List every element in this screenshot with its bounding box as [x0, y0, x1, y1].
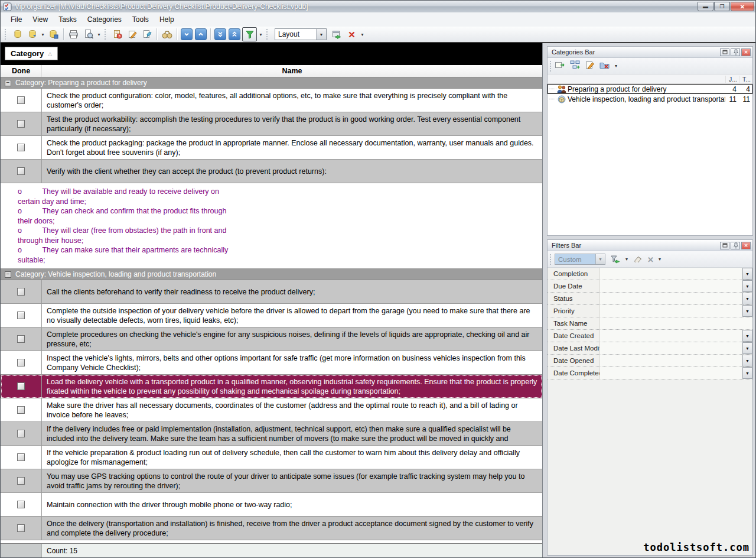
find-icon[interactable] [160, 28, 174, 41]
filter-dropdown-arrow[interactable]: ▼ [742, 355, 752, 366]
move-down-icon[interactable] [181, 28, 193, 40]
add-subcategory-icon[interactable] [570, 60, 581, 72]
menu-tasks[interactable]: Tasks [53, 13, 82, 26]
new-category-icon[interactable] [555, 60, 565, 72]
collapse-icon[interactable]: − [5, 271, 11, 278]
toolbar-grip[interactable] [105, 29, 107, 40]
print-icon[interactable] [67, 28, 80, 41]
delete-category-icon[interactable] [599, 60, 610, 72]
task-checkbox[interactable] [17, 312, 25, 319]
task-checkbox[interactable] [17, 288, 25, 296]
task-row[interactable]: Make sure the driver has all necessary d… [1, 398, 542, 422]
task-row[interactable]: Inspect the vehicle's lights, mirrors, b… [1, 351, 542, 375]
filter-preset-combobox[interactable]: Custom ▼ [555, 254, 605, 265]
task-row[interactable]: Check the product packaging: package the… [1, 136, 542, 160]
menu-file[interactable]: File [5, 13, 27, 26]
menu-categories[interactable]: Categories [82, 13, 127, 26]
task-checkbox[interactable] [17, 120, 25, 128]
apply-layout-icon[interactable] [330, 28, 344, 41]
filter-dropdown-arrow[interactable]: ▼ [742, 268, 752, 280]
column-header-done[interactable]: Done [1, 65, 42, 77]
filter-value-field[interactable] [600, 305, 742, 317]
category-list-item[interactable]: Vehicle inspection, loading and product … [548, 94, 752, 104]
filters-toolbar-dropdown[interactable]: ▾ [659, 257, 661, 262]
filter-value-field[interactable] [600, 355, 742, 366]
filter-dropdown-arrow[interactable]: ▼ [742, 342, 752, 354]
close-button[interactable]: ✕ [731, 2, 754, 11]
categories-close-icon[interactable]: ✕ [741, 48, 751, 56]
filter-dropdown-arrow[interactable]: ▼ [742, 305, 752, 317]
toolbar-grip[interactable] [5, 29, 8, 40]
filters-pin-icon[interactable] [731, 242, 740, 249]
task-checkbox[interactable] [17, 430, 25, 437]
filter-dropdown-arrow[interactable]: ▼ [742, 293, 752, 304]
task-checkbox[interactable] [17, 167, 25, 175]
filter-value-field[interactable] [600, 293, 742, 304]
delete-filter-icon[interactable]: ✕ [647, 254, 654, 265]
task-checkbox[interactable] [17, 477, 25, 485]
menu-view[interactable]: View [27, 13, 53, 26]
open-database-dropdown[interactable]: ▾ [40, 32, 45, 37]
apply-filter-dropdown[interactable]: ▾ [625, 257, 628, 262]
task-checkbox[interactable] [17, 382, 25, 390]
save-database-icon[interactable] [47, 28, 60, 41]
category-group-row[interactable]: −Category: Preparing a product for deliv… [1, 77, 542, 89]
task-checkbox[interactable] [17, 96, 25, 104]
menu-help[interactable]: Help [154, 13, 180, 26]
edit-task-icon[interactable] [125, 28, 139, 41]
filters-close-icon[interactable]: ✕ [741, 242, 751, 249]
filter-dropdown-arrow[interactable]: ▼ [742, 280, 752, 292]
task-row[interactable]: Once the delivery (transportation and in… [1, 517, 542, 540]
clear-filter-icon[interactable] [633, 254, 643, 265]
categories-pin-icon[interactable] [731, 48, 740, 56]
task-row[interactable]: If the vehicle preparation & product loa… [1, 446, 542, 469]
task-row[interactable]: You may use GPS tracking options to cont… [1, 469, 542, 493]
task-row[interactable]: Complete the outside inspection of your … [1, 304, 542, 327]
category-group-row[interactable]: −Category: Vehicle inspection, loading a… [1, 269, 542, 280]
menu-tools[interactable]: Tools [127, 13, 154, 26]
task-checkbox[interactable] [17, 524, 25, 532]
task-row[interactable]: Load the delivery vehicle with a transpo… [1, 375, 542, 398]
task-row[interactable]: Maintain connection with the driver thro… [1, 493, 542, 517]
filter-value-field[interactable] [600, 342, 742, 354]
new-database-icon[interactable] [11, 28, 24, 41]
task-checkbox[interactable] [17, 144, 25, 151]
filter-dropdown-arrow[interactable]: ▼ [742, 367, 752, 379]
filter-preset-arrow[interactable]: ▼ [595, 254, 605, 264]
filter-value-field[interactable] [600, 367, 742, 379]
categories-column-1[interactable]: J... [725, 76, 739, 83]
categories-toolbar-dropdown[interactable]: ▾ [615, 63, 617, 69]
edit-category-icon[interactable] [585, 60, 595, 72]
collapse-icon[interactable]: − [5, 80, 11, 86]
task-row[interactable]: Call the clients beforehand to verify th… [1, 280, 542, 304]
task-checkbox[interactable] [17, 359, 25, 366]
task-row[interactable]: Complete procedures on checking the vehi… [1, 327, 542, 351]
task-row[interactable]: If the delivery includes free or paid im… [1, 422, 542, 446]
filter-icon[interactable] [242, 27, 257, 41]
filter-dropdown-arrow[interactable]: ▼ [742, 330, 752, 342]
task-checkbox[interactable] [17, 501, 25, 508]
add-task-icon[interactable] [110, 28, 124, 41]
print-preview-dropdown[interactable]: ▾ [96, 32, 102, 37]
task-row[interactable]: Verify with the client whether they can … [1, 160, 542, 183]
move-bottom-icon[interactable] [214, 28, 226, 40]
filter-value-field[interactable] [600, 268, 742, 280]
group-by-category-button[interactable]: Category △ [5, 47, 58, 60]
task-checkbox[interactable] [17, 406, 25, 414]
delete-layout-icon[interactable]: ✕ [345, 28, 359, 41]
task-checkbox[interactable] [17, 453, 25, 461]
move-top-icon[interactable] [229, 28, 240, 40]
layout-combobox[interactable]: Layout ▼ [275, 28, 327, 40]
minimize-button[interactable]: ▬ [698, 2, 713, 11]
task-row[interactable]: Test the product workability: accomplish… [1, 112, 542, 136]
layout-combobox-arrow[interactable]: ▼ [316, 29, 326, 40]
filter-value-field[interactable] [600, 317, 752, 329]
categories-column-2[interactable]: T... [739, 76, 752, 83]
open-database-icon[interactable] [25, 28, 39, 41]
category-list-item[interactable]: Preparing a product for delivery44 [548, 84, 752, 94]
delete-task-icon[interactable] [140, 28, 154, 41]
apply-filter-icon[interactable] [610, 255, 621, 264]
filter-value-field[interactable] [600, 280, 742, 292]
categories-restore-icon[interactable] [720, 48, 729, 56]
move-up-icon[interactable] [195, 28, 207, 40]
